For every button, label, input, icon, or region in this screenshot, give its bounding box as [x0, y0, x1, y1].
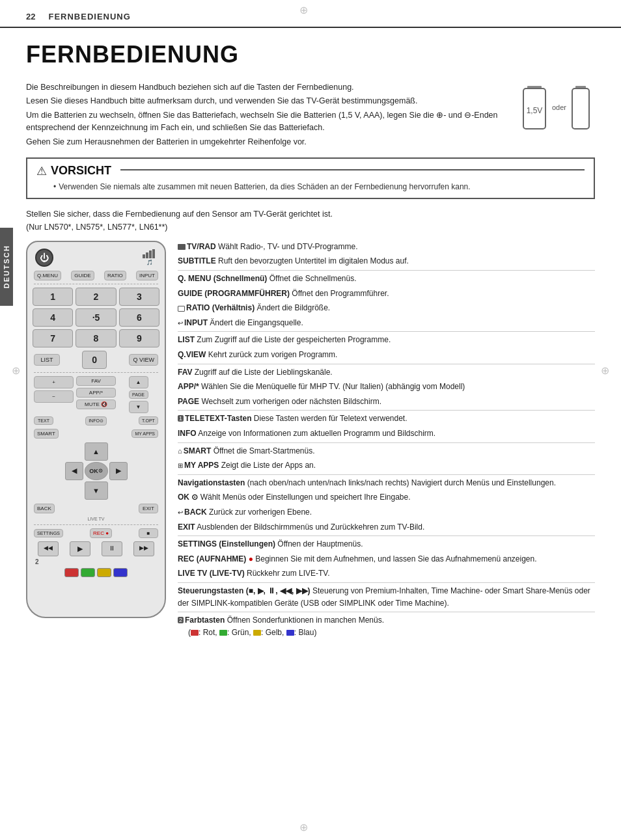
desc-sep-9 — [178, 612, 595, 612]
num7-button[interactable]: 7 — [33, 329, 73, 347]
desc-sep-8 — [178, 582, 595, 583]
smart-button[interactable]: SMART — [34, 429, 59, 439]
mute-button[interactable]: MUTE 🔇 — [76, 400, 116, 409]
settings-button[interactable]: SETTINGS — [34, 529, 63, 537]
smart-home-icon: ⌂ — [178, 447, 182, 455]
guide-button[interactable]: GUIDE — [71, 271, 94, 280]
desc-exit: EXIT Ausblenden der Bildschirmmenüs und … — [178, 521, 595, 534]
nav-right-button[interactable]: ▶ — [109, 462, 128, 480]
topt-button[interactable]: T.OPT — [139, 416, 158, 425]
green-button[interactable] — [81, 568, 95, 577]
num8-button[interactable]: 8 — [76, 329, 116, 347]
intro-text: Die Beschreibungen in diesem Handbuch be… — [26, 81, 504, 148]
desc-subtitle: SUBTITLE Ruft den bevorzugten Untertitel… — [178, 255, 595, 267]
nav-empty-bl — [65, 481, 83, 500]
warning-text-content: Verwenden Sie niemals alte zusammen mit … — [59, 182, 470, 191]
power-button[interactable]: ⏻ — [35, 249, 53, 267]
side-label-text: DEUTSCH — [3, 245, 10, 288]
battery-image-area: 1,5V oder — [517, 81, 595, 148]
rec-dot: ● — [249, 554, 253, 563]
play-button[interactable]: ▶ — [70, 541, 90, 556]
num6-button[interactable]: 6 — [119, 308, 159, 327]
desc-sep-3 — [178, 364, 595, 364]
reg-mark-top: ⊕ — [299, 4, 308, 16]
desc-sep-6 — [178, 474, 595, 475]
ffwd-button[interactable]: ▶▶ — [133, 541, 154, 556]
num3-button[interactable]: 3 — [119, 288, 159, 306]
intro-area: Die Beschreibungen in diesem Handbuch be… — [26, 81, 595, 148]
intro-p2: Lesen Sie dieses Handbuch bitte aufmerks… — [26, 95, 504, 107]
ratio-button[interactable]: RATIO — [104, 271, 126, 280]
plus-button[interactable]: + — [34, 376, 74, 388]
nav-up-button[interactable]: ▲ — [85, 442, 108, 461]
qview-button[interactable]: Q VIEW — [129, 354, 158, 366]
rec-button[interactable]: REC ● — [90, 528, 112, 538]
desc-rec: REC (AUFNAHME) ● Beginnen Sie mit dem Au… — [178, 553, 595, 565]
num4-button[interactable]: 4 — [33, 308, 73, 327]
svg-rect-4 — [572, 88, 589, 129]
myapps-grid-icon: ⊞ — [178, 462, 183, 469]
num1-button[interactable]: 1 — [33, 288, 73, 306]
top-right-label: 🎵 — [146, 260, 153, 265]
page-up-button[interactable]: ▲ — [129, 376, 148, 388]
desc-sep-7 — [178, 535, 595, 536]
desc-list: LIST Zum Zugriff auf die Liste der gespe… — [178, 334, 595, 346]
models-line: (Nur LN570*, LN575*, LN577*, LN61**) — [26, 223, 595, 232]
minus-button[interactable]: − — [34, 390, 74, 403]
text-button[interactable]: TEXT — [34, 416, 53, 425]
desc-sep-1 — [178, 270, 595, 271]
instruction-line: Stellen Sie sicher, dass die Fernbedienu… — [26, 210, 595, 219]
svg-rect-7 — [149, 251, 152, 258]
list-button[interactable]: LIST — [34, 354, 60, 366]
warning-title-row: ⚠ VORSICHT — [36, 164, 585, 178]
rewind-button[interactable]: ◀◀ — [38, 541, 59, 556]
fav-button[interactable]: FAV — [76, 376, 116, 386]
media-controls-row: ◀◀ ▶ ⏸ ▶▶ — [33, 541, 159, 556]
app-button[interactable]: APP/* — [76, 388, 116, 398]
number-grid: 1 2 3 4 ·5 6 7 8 9 — [33, 288, 159, 347]
myapps-button[interactable]: MY APPS — [131, 429, 158, 438]
num9-button[interactable]: 9 — [119, 329, 159, 347]
desc-tvrad: TV/RAD Wählt Radio-, TV- und DTV-Program… — [178, 241, 595, 253]
page-title: FERNBEDIENUNG — [26, 41, 595, 68]
yellow-button[interactable] — [97, 568, 111, 577]
info-button[interactable]: INFO⊙ — [85, 416, 107, 426]
color-num-icon: 2 — [178, 617, 184, 623]
nav-left-button[interactable]: ◀ — [65, 462, 83, 480]
desc-sep-4 — [178, 410, 595, 411]
num5-button[interactable]: ·5 — [76, 308, 116, 327]
header-title: FERNBEDIENUNG — [48, 12, 130, 21]
input-icon: ↩ — [178, 319, 183, 327]
back-icon: ↩ — [178, 509, 183, 516]
svg-rect-5 — [143, 254, 145, 258]
nav-empty-br — [109, 481, 128, 500]
signal-icon — [143, 249, 157, 258]
label-2: 2 — [33, 558, 159, 565]
num2-button[interactable]: 2 — [76, 288, 116, 306]
desc-sep-5 — [178, 442, 595, 443]
reg-mark-right: ⊕ — [601, 364, 609, 377]
exit-button[interactable]: EXIT — [139, 504, 158, 513]
remote-divider-2 — [34, 372, 158, 373]
pause-button[interactable]: ⏸ — [102, 541, 122, 556]
stop-button[interactable]: ■ — [139, 528, 158, 538]
remote-divider-1 — [34, 284, 158, 284]
color-yellow — [253, 630, 261, 636]
red-button[interactable] — [64, 568, 79, 577]
back-button[interactable]: BACK — [34, 504, 55, 513]
remote-divider-3 — [34, 524, 158, 525]
smart-myapps-row: SMART MY APPS — [33, 429, 159, 439]
qmenu-button[interactable]: Q.MENU — [34, 271, 61, 280]
nav-empty-tl — [65, 442, 83, 461]
num0-button[interactable]: 0 — [82, 351, 107, 369]
input-button[interactable]: INPUT — [136, 271, 158, 280]
teletext-num-icon: 1 — [178, 415, 184, 422]
desc-fav: FAV Zugriff auf die Liste der Lieblingsk… — [178, 366, 595, 379]
blue-button[interactable] — [113, 568, 128, 577]
ok-button[interactable]: OK⊙ — [85, 462, 108, 480]
color-btn-row — [33, 568, 159, 577]
color-green — [219, 630, 227, 636]
page-down-button[interactable]: ▼ — [129, 401, 148, 413]
page-number: 22 — [26, 12, 35, 21]
nav-down-button[interactable]: ▼ — [85, 481, 108, 500]
